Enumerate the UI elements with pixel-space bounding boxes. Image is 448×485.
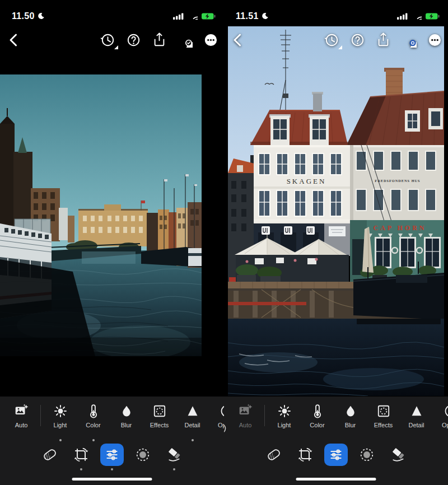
masking-icon	[360, 447, 374, 462]
healing-button[interactable]	[162, 444, 186, 466]
tool-blur[interactable]: Blur	[334, 404, 367, 428]
adjust-sliders-icon	[329, 447, 343, 462]
toolbar-divider	[40, 405, 41, 426]
crop-button[interactable]	[69, 444, 94, 466]
share-icon	[152, 32, 167, 48]
tool-label: Color	[86, 422, 100, 428]
wifi-icon	[188, 12, 198, 20]
tool-light[interactable]: Light	[268, 404, 301, 428]
edited-dot	[59, 439, 62, 441]
tool-detail[interactable]: Detail	[400, 404, 433, 428]
cellular-signal-icon	[397, 13, 408, 20]
tool-label: Detail	[184, 422, 200, 428]
moon-icon	[37, 12, 45, 20]
home-indicator[interactable]	[72, 478, 152, 481]
tool-blur[interactable]: Blur	[110, 404, 143, 428]
screenshot-pair: 11.50	[0, 0, 448, 485]
presets-button[interactable]	[38, 444, 62, 466]
home-indicator[interactable]	[296, 478, 376, 481]
tool-auto[interactable]: Auto	[4, 404, 38, 428]
status-bar: 11.50	[0, 0, 224, 26]
adjust-button[interactable]	[324, 444, 348, 466]
tool-optics[interactable]: Optics	[434, 404, 448, 428]
masking-button[interactable]	[354, 444, 379, 466]
presets-button[interactable]	[262, 444, 286, 466]
cellular-signal-icon	[173, 13, 184, 20]
tool-detail[interactable]: Detail	[176, 404, 209, 428]
tool-optics[interactable]: Optics	[210, 404, 224, 428]
back-button[interactable]	[6, 32, 21, 48]
photo-canvas-after[interactable]: SKAGEN	[228, 26, 444, 396]
edited-dot	[173, 468, 175, 470]
share-button[interactable]	[152, 32, 167, 48]
time-label: 11.51	[236, 11, 259, 21]
history-button[interactable]	[100, 32, 115, 48]
more-icon	[427, 32, 442, 48]
cloud-sync-button[interactable]	[178, 32, 193, 48]
tool-label: Effects	[374, 422, 393, 428]
status-icons	[173, 12, 216, 20]
editor-top-toolbar	[0, 26, 224, 53]
back-icon	[230, 32, 245, 48]
help-button[interactable]	[350, 32, 365, 48]
history-icon	[100, 32, 115, 48]
tool-label: Detail	[408, 422, 424, 428]
tool-label: Effects	[150, 422, 169, 428]
edit-tools-row: Auto Light Color Blur	[0, 397, 224, 444]
tool-color[interactable]: Color	[77, 404, 110, 428]
masking-button[interactable]	[130, 444, 155, 466]
mode-tools-row	[0, 444, 224, 466]
cloud-sync-button[interactable]	[402, 32, 417, 48]
history-button[interactable]	[324, 32, 339, 48]
battery-charging-icon	[426, 13, 440, 20]
tool-auto[interactable]: Auto	[228, 404, 262, 428]
detail-icon	[409, 404, 424, 418]
toolbar-divider	[264, 405, 265, 426]
history-dropdown-triangle	[114, 45, 118, 49]
photo-canvas-before[interactable]	[0, 74, 202, 356]
detail-icon	[185, 404, 200, 418]
share-icon	[376, 32, 391, 48]
back-button[interactable]	[230, 32, 245, 48]
history-icon	[324, 32, 339, 48]
cap-horn-sign: CAP HORN	[374, 224, 427, 232]
edited-dot	[92, 439, 95, 441]
share-button[interactable]	[376, 32, 391, 48]
crop-icon	[298, 447, 312, 462]
more-button[interactable]	[427, 32, 442, 48]
masking-icon	[136, 447, 150, 462]
edit-tools-row: Auto Light Color Blur Effects	[224, 397, 448, 444]
fredsfondens-sign: FREDSFONDENS HUS	[375, 179, 420, 183]
cloud-synced-icon	[178, 32, 193, 48]
adjust-sliders-icon	[105, 447, 119, 462]
crop-icon	[74, 447, 88, 462]
color-icon	[310, 404, 325, 418]
back-icon	[6, 32, 21, 48]
moon-icon	[261, 12, 269, 20]
adjust-button[interactable]	[100, 444, 124, 466]
effects-icon	[376, 404, 391, 418]
healing-icon	[391, 447, 405, 462]
edited-dot	[80, 468, 82, 470]
blur-icon	[119, 404, 134, 418]
tool-effects[interactable]: Effects	[143, 404, 176, 428]
healing-button[interactable]	[386, 444, 410, 466]
skagen-sign: SKAGEN	[287, 177, 326, 185]
editor-bottom-panel: Auto Light Color Blur Effects	[224, 397, 448, 485]
tool-label: Optics	[218, 422, 224, 428]
edited-dot	[192, 439, 194, 441]
help-button[interactable]	[126, 32, 141, 48]
tool-label: Light	[278, 422, 291, 428]
tool-effects[interactable]: Effects	[367, 404, 400, 428]
light-icon	[53, 404, 68, 418]
more-button[interactable]	[203, 32, 218, 48]
tool-label: Blur	[121, 422, 132, 428]
optics-icon	[220, 404, 225, 418]
effects-icon	[152, 404, 167, 418]
wifi-icon	[412, 12, 422, 20]
tool-light[interactable]: Light	[44, 404, 77, 428]
optics-icon	[444, 404, 448, 418]
tool-color[interactable]: Color	[301, 404, 334, 428]
crop-button[interactable]	[293, 444, 318, 466]
tool-label: Auto	[239, 422, 252, 428]
